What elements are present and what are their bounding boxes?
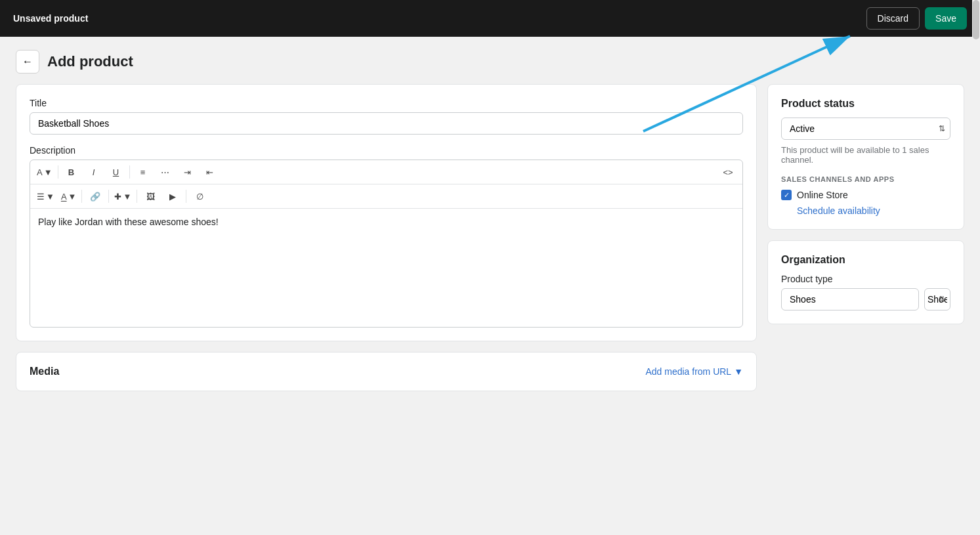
bold-button[interactable]: B [61,163,82,181]
video-icon: ▶ [169,192,176,202]
product-status-select[interactable]: Active Draft [781,118,950,140]
image-icon: 🖼 [146,192,155,202]
back-button[interactable]: ← [16,50,39,74]
title-input[interactable] [30,112,743,135]
left-column: Title Description A ▼ B I U ≡ ⋯ [16,84,757,391]
table-icon: ✚ [114,192,121,202]
page-header: ← Add product [0,37,980,84]
organization-card: Organization Product type Shoes ⇅ [767,240,964,324]
align-icon: ☰ [37,192,45,202]
media-card: Media Add media from URL ▼ [16,352,757,391]
scrollbar-track[interactable] [972,0,980,407]
font-arrow-icon: ▼ [44,167,53,177]
add-media-label: Add media from URL [645,366,731,377]
toolbar-row-1: A ▼ B I U ≡ ⋯ ⇥ ⇤ <> [30,160,742,184]
outdent-button[interactable]: ⇤ [200,163,221,181]
underline-button[interactable]: U [106,163,127,181]
title-label: Title [30,98,743,108]
right-column: Product status Active Draft ⇅ This produ… [767,84,964,324]
link-icon: 🔗 [90,192,100,202]
discard-button[interactable]: Discard [866,7,920,30]
align-button[interactable]: ☰ ▼ [34,187,57,205]
media-card-title: Media [30,366,59,377]
image-button[interactable]: 🖼 [140,187,161,205]
online-store-checkbox[interactable]: ✓ [781,190,792,200]
media-card-header: Media Add media from URL ▼ [30,366,743,377]
top-nav: Unsaved product Discard Save [0,0,980,37]
text-color-button[interactable]: A ▼ [58,187,79,205]
editor-content-area[interactable]: Play like Jordan with these awesome shoe… [30,209,742,327]
bold-icon: B [68,167,74,177]
toolbar-sep-1 [58,165,58,179]
align-arrow-icon: ▼ [46,192,54,202]
numbered-list-icon: ⋯ [161,167,169,177]
rich-text-editor: A ▼ B I U ≡ ⋯ ⇥ ⇤ <> [30,160,743,328]
channel-item-online-store: ✓ Online Store [781,190,950,200]
product-type-select-wrapper [781,288,919,310]
bullet-list-icon: ≡ [140,167,146,177]
numbered-list-button[interactable]: ⋯ [155,163,176,181]
organization-title: Organization [781,254,950,266]
code-button[interactable]: <> [717,163,738,181]
description-label: Description [30,145,743,156]
underline-icon: U [113,167,119,177]
scrollbar-thumb[interactable] [973,0,979,39]
page-title: Add product [47,53,133,70]
video-button[interactable]: ▶ [162,187,183,205]
link-button[interactable]: 🔗 [85,187,106,205]
toolbar-sep-2 [129,165,130,179]
block-button[interactable]: ∅ [189,187,210,205]
product-type-label: Product type [781,274,950,284]
add-media-arrow-icon: ▼ [734,366,743,377]
schedule-availability-link[interactable]: Schedule availability [797,205,950,216]
italic-button[interactable]: I [83,163,104,181]
indent-icon: ⇥ [184,167,191,177]
indent-button[interactable]: ⇥ [177,163,198,181]
product-type-row: Shoes ⇅ [781,288,950,310]
toolbar-row-2: ☰ ▼ A ▼ 🔗 ✚ ▼ 🖼 ▶ [30,184,742,209]
text-color-arrow-icon: ▼ [68,192,77,202]
table-arrow-icon: ▼ [123,192,131,202]
toolbar-sep-3 [81,190,82,203]
status-hint: This product will be available to 1 sale… [781,145,950,165]
product-status-card: Product status Active Draft ⇅ This produ… [767,84,964,230]
product-details-card: Title Description A ▼ B I U ≡ ⋯ [16,84,757,341]
save-button[interactable]: Save [925,7,967,30]
status-select-wrapper: Active Draft ⇅ [781,118,950,140]
font-button[interactable]: A ▼ [34,163,55,181]
online-store-label: Online Store [797,190,848,200]
text-color-icon: A [61,192,67,202]
page-tab-title: Unsaved product [13,13,88,24]
product-type-select[interactable]: Shoes [924,288,950,310]
checkmark-icon: ✓ [784,191,790,200]
font-icon: A [37,167,43,177]
code-icon: <> [723,167,733,177]
table-button[interactable]: ✚ ▼ [112,187,134,205]
toolbar-sep-5 [137,190,137,203]
bullet-list-button[interactable]: ≡ [133,163,154,181]
main-layout: Title Description A ▼ B I U ≡ ⋯ [0,84,980,407]
block-icon: ∅ [196,192,203,202]
back-icon: ← [22,56,33,68]
editor-text: Play like Jordan with these awesome shoe… [38,217,219,227]
product-type-arrow-wrapper: Shoes ⇅ [924,288,950,310]
outdent-icon: ⇤ [206,167,213,177]
product-status-title: Product status [781,98,950,110]
toolbar-sep-4 [108,190,109,203]
top-nav-actions: Discard Save [866,7,967,30]
product-type-input[interactable] [781,288,919,310]
add-media-link[interactable]: Add media from URL ▼ [645,366,743,377]
sales-channels-label: SALES CHANNELS AND APPS [781,175,950,183]
toolbar-sep-6 [186,190,186,203]
italic-icon: I [93,167,95,177]
